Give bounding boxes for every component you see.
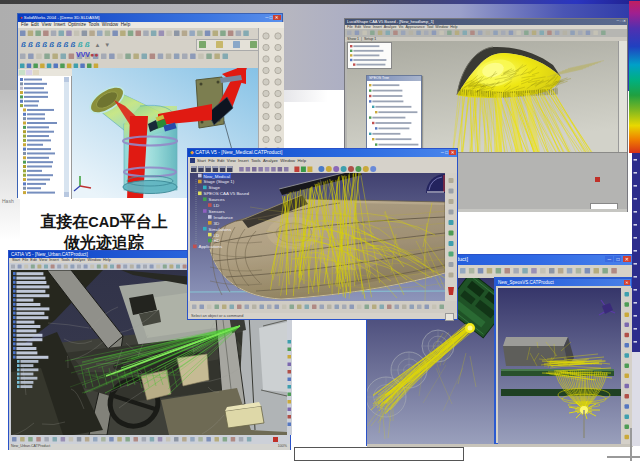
svg-text:Stage (Stage 1): Stage (Stage 1): [204, 179, 235, 184]
svg-text:Simulations: Simulations: [209, 227, 232, 232]
svg-text:Sources: Sources: [209, 197, 226, 202]
svg-text:Sensors: Sensors: [209, 209, 226, 214]
svg-text:HD: HD: [214, 238, 220, 243]
svg-text:SPEOS CAA V5 Based: SPEOS CAA V5 Based: [204, 191, 250, 196]
svg-text:Stage: Stage: [209, 185, 221, 190]
svg-text:Irradiance: Irradiance: [214, 215, 234, 220]
svg-text:3D: 3D: [214, 221, 220, 226]
svg-text:LD: LD: [214, 233, 220, 238]
svg-text:New_Medical: New_Medical: [204, 174, 230, 179]
svg-text:LD: LD: [214, 203, 220, 208]
svg-text:Applications: Applications: [199, 244, 223, 249]
